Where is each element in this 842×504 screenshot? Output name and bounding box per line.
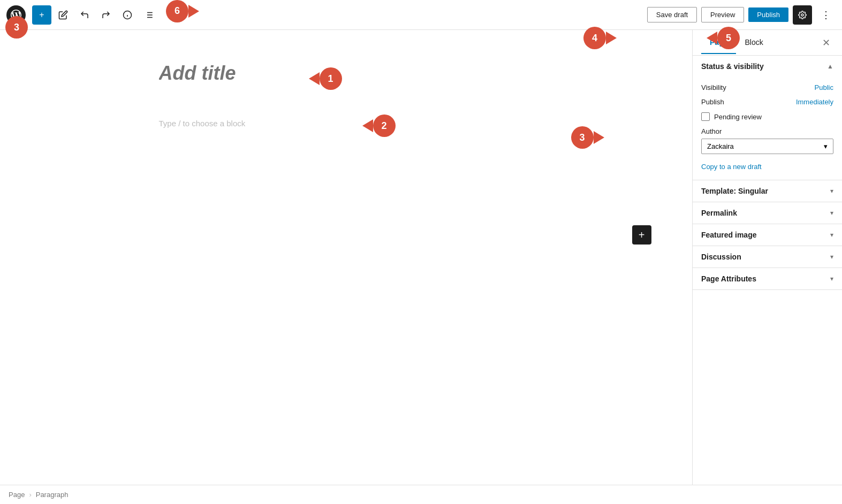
main-toolbar: +: [0, 0, 842, 30]
panel-page-attributes: Page Attributes ▾: [693, 268, 842, 290]
panel-featured-image-header[interactable]: Featured image ▾: [693, 224, 842, 246]
annotation-3-logo: 3: [5, 30, 28, 39]
add-block-button[interactable]: +: [32, 5, 51, 25]
add-block-inline-button[interactable]: +: [632, 225, 651, 245]
panel-status-visibility-title: Status & visibility: [701, 62, 764, 71]
panel-permalink: Permalink ▾: [693, 202, 842, 224]
panel-discussion: Discussion ▾: [693, 246, 842, 268]
panel-status-visibility-header[interactable]: Status & visibility ▲: [693, 56, 842, 77]
breadcrumb-page: Page: [9, 491, 25, 499]
editor-content: 1 Type / to choose a block 2: [138, 62, 555, 128]
pending-review-row: Pending review: [701, 112, 833, 121]
panel-discussion-header[interactable]: Discussion ▾: [693, 246, 842, 268]
sidebar: Page Block 4 5 ✕ Status & visibility ▲: [692, 30, 842, 485]
visibility-value[interactable]: Public: [815, 83, 833, 91]
permalink-chevron-icon: ▾: [830, 209, 833, 217]
redo-button[interactable]: [96, 5, 116, 25]
main-area: 1 Type / to choose a block 2 3: [0, 30, 842, 485]
panel-template-title: Template: Singular: [701, 187, 768, 195]
annotation-6: 6: [166, 0, 188, 22]
panel-status-visibility-body: Visibility Public Publish Immediately Pe…: [693, 77, 842, 180]
status-visibility-chevron-icon: ▲: [827, 63, 833, 70]
settings-button[interactable]: [793, 5, 812, 25]
panel-featured-image: Featured image ▾: [693, 224, 842, 246]
panel-page-attributes-header[interactable]: Page Attributes ▾: [693, 268, 842, 289]
annotation-3-right-tail: [594, 131, 604, 144]
author-section: Author Zackaira ▾: [701, 127, 833, 154]
visibility-label: Visibility: [701, 83, 726, 91]
info-button[interactable]: [118, 5, 137, 25]
featured-image-chevron-icon: ▾: [830, 231, 833, 239]
more-options-button[interactable]: ⋮: [816, 5, 836, 25]
panel-template: Template: Singular ▾: [693, 180, 842, 202]
template-chevron-icon: ▾: [830, 187, 833, 195]
panel-featured-image-title: Featured image: [701, 231, 756, 239]
publish-value[interactable]: Immediately: [796, 98, 833, 106]
breadcrumb-paragraph: Paragraph: [36, 491, 69, 499]
publish-label: Publish: [701, 98, 724, 106]
page-attributes-chevron-icon: ▾: [830, 275, 833, 282]
panel-status-visibility: Status & visibility ▲ Visibility Public …: [693, 56, 842, 180]
panel-page-attributes-title: Page Attributes: [701, 274, 756, 283]
panel-template-header[interactable]: Template: Singular ▾: [693, 180, 842, 202]
svg-point-9: [801, 14, 803, 16]
sidebar-header: Page Block 4 5 ✕: [693, 30, 842, 56]
copy-draft-link[interactable]: Copy to a new draft: [701, 163, 762, 171]
title-input[interactable]: [159, 62, 534, 85]
save-draft-button[interactable]: Save draft: [647, 7, 697, 22]
panel-permalink-title: Permalink: [701, 209, 737, 217]
pending-review-label: Pending review: [714, 113, 762, 121]
list-view-button[interactable]: [139, 5, 158, 25]
breadcrumb: Page › Paragraph: [0, 485, 842, 504]
undo-button[interactable]: [75, 5, 94, 25]
panel-permalink-header[interactable]: Permalink ▾: [693, 202, 842, 224]
author-label: Author: [701, 127, 833, 135]
editor: 1 Type / to choose a block 2 3: [0, 30, 692, 485]
pending-review-checkbox[interactable]: [701, 112, 710, 121]
preview-button[interactable]: Preview: [701, 7, 744, 22]
annotation-6-tail: [188, 5, 199, 18]
block-placeholder[interactable]: Type / to choose a block: [159, 119, 534, 128]
publish-button[interactable]: Publish: [748, 7, 788, 22]
editor-wrapper: 1 Type / to choose a block 2 3: [0, 62, 692, 128]
sidebar-close-button[interactable]: ✕: [818, 35, 833, 50]
author-value: Zackaira: [707, 142, 734, 150]
edit-button[interactable]: [54, 5, 73, 25]
annotation-3-right: 3: [571, 126, 594, 149]
discussion-chevron-icon: ▾: [830, 253, 833, 261]
panel-discussion-title: Discussion: [701, 253, 741, 261]
toolbar-right: Save draft Preview Publish ⋮: [647, 5, 836, 25]
author-select[interactable]: Zackaira ▾: [701, 139, 833, 154]
author-select-chevron-icon: ▾: [824, 142, 828, 150]
sidebar-tabs: Page Block: [701, 32, 818, 54]
tab-page[interactable]: Page: [701, 32, 736, 54]
tab-block[interactable]: Block: [736, 32, 771, 54]
visibility-row: Visibility Public: [701, 83, 833, 91]
publish-row: Publish Immediately: [701, 98, 833, 106]
breadcrumb-separator: ›: [29, 491, 31, 499]
wordpress-logo[interactable]: [6, 5, 26, 25]
